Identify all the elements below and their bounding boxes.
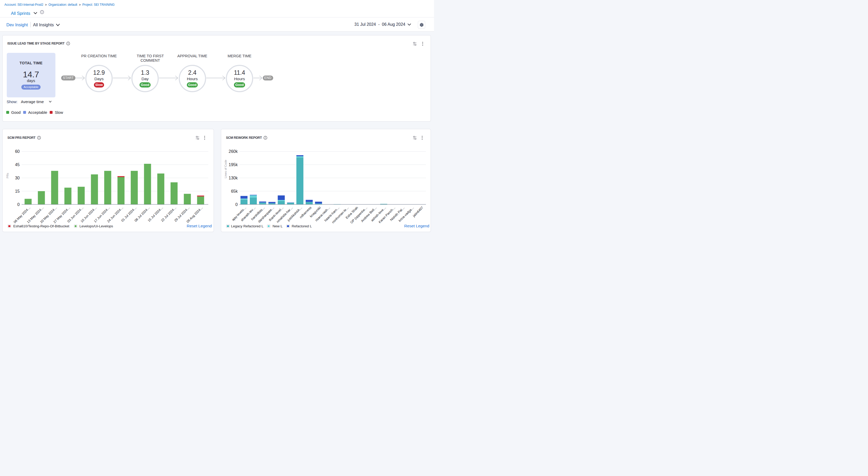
svg-text:PRs: PRs [6, 173, 9, 178]
svg-text:Karan Panch…: Karan Panch… [378, 206, 396, 224]
svg-text:0: 0 [17, 202, 20, 207]
svg-text:45: 45 [15, 162, 20, 167]
svg-text:65k: 65k [231, 189, 238, 193]
svg-text:130k: 130k [228, 176, 238, 180]
svg-text:Lines of Code: Lines of Code [224, 159, 227, 178]
svg-text:15: 15 [15, 189, 20, 193]
svg-text:0: 0 [235, 202, 238, 207]
svg-text:195k: 195k [228, 162, 238, 167]
svg-text:60: 60 [15, 149, 20, 154]
svg-text:darshanpate…: darshanpate… [257, 206, 275, 224]
svg-text:nmahida-har…: nmahida-har… [276, 206, 293, 224]
svg-text:30: 30 [15, 176, 20, 180]
svg-text:260k: 260k [228, 149, 238, 154]
